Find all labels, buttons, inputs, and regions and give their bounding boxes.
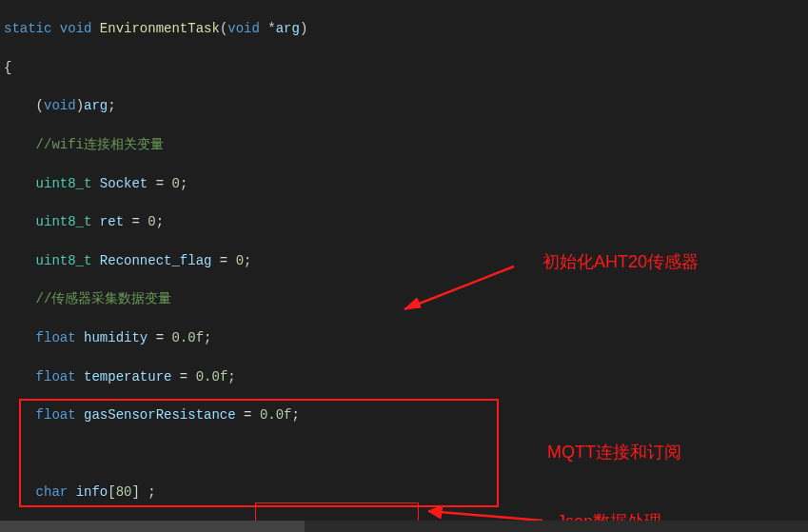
function-name: EnvironmentTask [100, 21, 220, 36]
code-line [4, 444, 808, 463]
keyword-static: static [4, 21, 51, 36]
comment: //传感器采集数据变量 [4, 291, 171, 306]
scroll-thumb[interactable] [0, 521, 305, 532]
comment: //wifi连接相关变量 [4, 137, 164, 152]
keyword-void: void [60, 21, 92, 36]
code-line: //wifi连接相关变量 [4, 135, 808, 154]
code-line: //传感器采集数据变量 [4, 289, 808, 308]
code-line: { [4, 58, 808, 77]
code-line: static void EnvironmentTask(void *arg) [4, 19, 808, 38]
code-line: float gasSensorResistance = 0.0f; [4, 405, 808, 424]
code-line: uint8_t Socket = 0; [4, 174, 808, 193]
code-line: uint8_t ret = 0; [4, 212, 808, 231]
code-editor[interactable]: static void EnvironmentTask(void *arg) {… [0, 0, 808, 532]
code-line: char info[80] ; [4, 483, 808, 502]
code-line: float humidity = 0.0f; [4, 328, 808, 347]
code-line: uint8_t Reconnect_flag = 0; [4, 251, 808, 270]
code-line: float temperature = 0.0f; [4, 367, 808, 386]
code-line: (void)arg; [4, 96, 808, 115]
horizontal-scrollbar[interactable] [0, 521, 808, 532]
